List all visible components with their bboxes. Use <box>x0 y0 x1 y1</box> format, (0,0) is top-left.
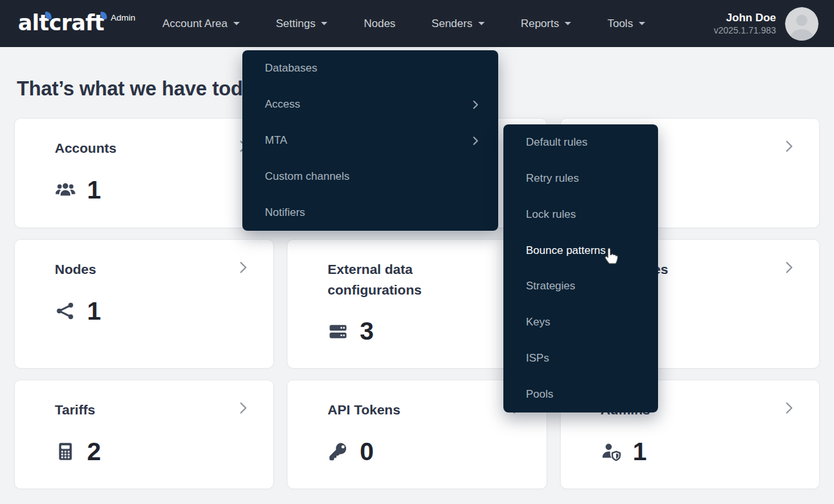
menu-item-strategies[interactable]: Strategies <box>503 269 658 305</box>
avatar[interactable] <box>785 7 819 41</box>
menu-item-notifiers[interactable]: Notifiers <box>242 195 498 231</box>
menu-item-label: Bounce patterns <box>526 244 606 257</box>
chevron-right-icon <box>469 99 481 111</box>
card-tariffs[interactable]: Tariffs 2 <box>14 380 274 489</box>
nav-label: Settings <box>276 17 315 30</box>
settings-dropdown-menu: Databases Access MTA Custom channels Not… <box>242 50 498 231</box>
nav-label: Reports <box>521 17 559 30</box>
top-navbar: altcraft Admin Account Area Settings Nod… <box>0 0 834 47</box>
key-icon <box>327 441 349 462</box>
menu-item-default-rules[interactable]: Default rules <box>503 124 658 160</box>
caret-down-icon <box>233 22 240 25</box>
user-menu[interactable]: John Doe v2025.1.71.983 <box>713 7 819 41</box>
chevron-right-icon <box>469 135 481 147</box>
nav-label: Senders <box>432 17 472 30</box>
menu-item-label: Strategies <box>526 280 576 293</box>
card-count: 1 <box>87 297 101 325</box>
menu-item-label: Lock rules <box>526 208 576 221</box>
menu-item-mta[interactable]: MTA <box>242 122 498 159</box>
nav-item-senders[interactable]: Senders <box>432 0 485 47</box>
menu-item-custom-channels[interactable]: Custom channels <box>242 159 498 195</box>
logo-accent-t: t <box>39 12 49 35</box>
card-title: Tariffs <box>55 400 206 420</box>
menu-item-pools[interactable]: Pools <box>503 376 658 412</box>
menu-item-label: MTA <box>265 134 287 147</box>
avatar-person-icon <box>785 7 819 41</box>
nav-label: Account Area <box>162 17 228 30</box>
menu-item-bounce-patterns[interactable]: Bounce patterns <box>503 233 658 269</box>
card-count: 0 <box>360 438 374 466</box>
nav-item-reports[interactable]: Reports <box>521 0 572 47</box>
nav-item-tools[interactable]: Tools <box>607 0 645 47</box>
logo-text: altcraft <box>18 12 104 35</box>
menu-item-databases[interactable]: Databases <box>242 50 498 86</box>
menu-item-label: Retry rules <box>526 172 579 185</box>
users-group-icon <box>55 179 76 200</box>
menu-item-access[interactable]: Access <box>242 86 498 122</box>
card-accounts[interactable]: Accounts 1 <box>14 118 274 228</box>
nav-item-account-area[interactable]: Account Area <box>162 0 240 47</box>
caret-down-icon <box>639 22 645 25</box>
card-count: 3 <box>360 317 374 345</box>
altcraft-logo[interactable]: altcraft Admin <box>18 12 135 35</box>
chevron-right-icon <box>235 259 251 276</box>
menu-item-label: Custom channels <box>265 170 349 183</box>
menu-item-lock-rules[interactable]: Lock rules <box>503 197 658 233</box>
main-navigation: Account Area Settings Nodes Senders Repo… <box>162 0 645 47</box>
menu-item-keys[interactable]: Keys <box>503 304 658 340</box>
card-title: API Tokens <box>327 400 479 420</box>
menu-item-isps[interactable]: ISPs <box>503 340 658 376</box>
admin-badge: Admin <box>111 13 135 23</box>
card-nodes[interactable]: Nodes 1 <box>14 239 274 369</box>
caret-down-icon <box>321 22 327 25</box>
menu-item-label: Notifiers <box>265 206 305 219</box>
card-title: External data configurations <box>327 259 479 300</box>
card-count: 1 <box>87 176 101 204</box>
nav-label: Nodes <box>364 17 395 30</box>
card-title: Accounts <box>55 138 206 159</box>
chevron-right-icon <box>781 138 797 155</box>
menu-item-label: Databases <box>265 62 317 75</box>
caret-down-icon <box>565 22 571 25</box>
nav-item-settings[interactable]: Settings <box>276 0 327 47</box>
chevron-right-icon <box>235 400 251 416</box>
mta-submenu: Default rules Retry rules Lock rules Bou… <box>503 124 658 412</box>
logo-accent-t: t <box>94 12 104 35</box>
share-nodes-icon <box>55 300 76 322</box>
menu-item-retry-rules[interactable]: Retry rules <box>503 160 658 197</box>
card-title: Nodes <box>55 259 206 280</box>
server-icon <box>327 321 349 342</box>
nav-item-nodes[interactable]: Nodes <box>364 0 395 47</box>
menu-item-label: Access <box>265 98 300 111</box>
menu-item-label: Pools <box>526 388 554 401</box>
menu-item-label: ISPs <box>526 352 549 365</box>
card-count: 1 <box>633 438 647 466</box>
user-name: John Doe <box>713 11 776 24</box>
user-shield-icon <box>601 441 622 462</box>
calculator-icon <box>55 441 76 462</box>
chevron-right-icon <box>781 400 797 416</box>
nav-label: Tools <box>607 17 633 30</box>
menu-item-label: Default rules <box>526 136 587 149</box>
menu-item-label: Keys <box>526 316 550 329</box>
chevron-right-icon <box>781 259 797 276</box>
caret-down-icon <box>478 22 485 25</box>
card-count: 2 <box>87 438 101 466</box>
app-version: v2025.1.71.983 <box>713 24 776 36</box>
